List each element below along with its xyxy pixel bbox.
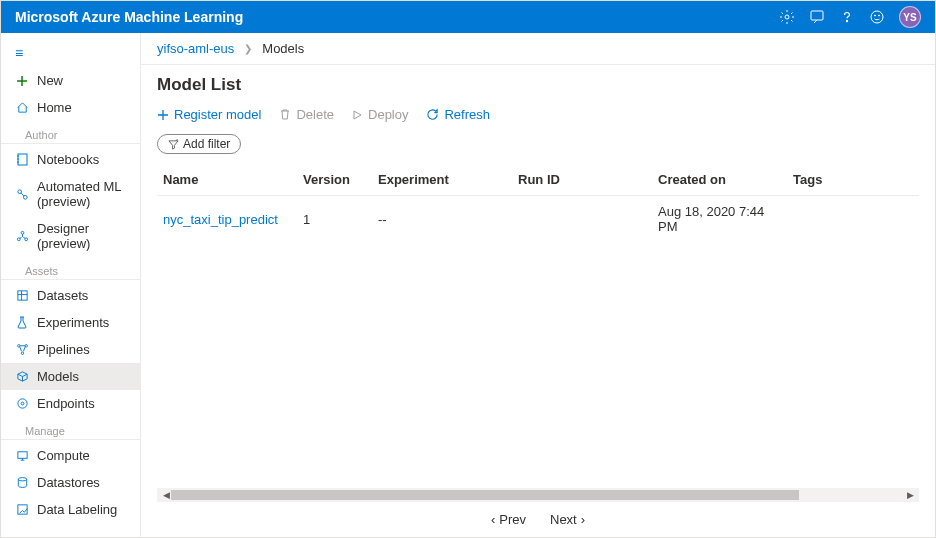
help-icon[interactable]: [839, 9, 855, 25]
labeling-icon: [15, 503, 29, 517]
sidebar-item-datastores[interactable]: Datastores: [1, 469, 140, 496]
sidebar-item-datasets[interactable]: Datasets: [1, 282, 140, 309]
svg-rect-18: [17, 452, 26, 459]
sidebar-label-home: Home: [37, 100, 72, 115]
sidebar-section-assets: Assets: [1, 257, 140, 280]
sidebar-item-pipelines[interactable]: Pipelines: [1, 336, 140, 363]
horizontal-scrollbar[interactable]: ◀ ▶: [157, 488, 919, 502]
sidebar-item-home[interactable]: Home: [1, 94, 140, 121]
col-name[interactable]: Name: [157, 164, 297, 196]
register-model-button[interactable]: Register model: [157, 107, 261, 122]
svg-point-4: [875, 15, 876, 16]
svg-point-13: [17, 345, 19, 347]
sidebar-label-compute: Compute: [37, 448, 90, 463]
sidebar-item-labeling[interactable]: Data Labeling: [1, 496, 140, 523]
breadcrumb: yifso-aml-eus ❯ Models: [141, 33, 935, 65]
svg-point-9: [21, 231, 24, 234]
sidebar-label-datasets: Datasets: [37, 288, 88, 303]
svg-point-2: [846, 20, 847, 21]
automl-icon: [15, 187, 29, 201]
deploy-label: Deploy: [368, 107, 408, 122]
sidebar-item-new[interactable]: New: [1, 67, 140, 94]
svg-rect-12: [17, 291, 26, 300]
refresh-label: Refresh: [444, 107, 490, 122]
model-name-link[interactable]: nyc_taxi_tip_predict: [163, 212, 278, 227]
svg-rect-6: [18, 154, 27, 165]
prev-button[interactable]: ‹ Prev: [491, 512, 526, 527]
cell-tags: [787, 196, 919, 243]
svg-rect-1: [811, 11, 823, 20]
chevron-left-icon: ‹: [491, 512, 495, 527]
sidebar-label-new: New: [37, 73, 63, 88]
filter-icon: [168, 139, 179, 150]
delete-button[interactable]: Delete: [279, 107, 334, 122]
deploy-button[interactable]: Deploy: [352, 107, 408, 122]
sidebar-label-datastores: Datastores: [37, 475, 100, 490]
sidebar-section-manage: Manage: [1, 417, 140, 440]
sidebar-label-pipelines: Pipelines: [37, 342, 90, 357]
scroll-right-icon[interactable]: ▶: [903, 490, 917, 500]
col-tags[interactable]: Tags: [787, 164, 919, 196]
top-header: Microsoft Azure Machine Learning YS: [1, 1, 935, 33]
delete-label: Delete: [296, 107, 334, 122]
col-created[interactable]: Created on: [652, 164, 787, 196]
svg-point-0: [785, 15, 789, 19]
svg-point-15: [21, 352, 23, 354]
sidebar-label-endpoints: Endpoints: [37, 396, 95, 411]
svg-point-8: [23, 195, 27, 199]
plus-icon: [15, 74, 29, 88]
sidebar-item-models[interactable]: Models: [1, 363, 140, 390]
register-label: Register model: [174, 107, 261, 122]
feedback-icon[interactable]: [809, 9, 825, 25]
chevron-right-icon: ›: [581, 512, 585, 527]
toolbar: Register model Delete Deploy Refresh: [141, 99, 935, 130]
next-button[interactable]: Next ›: [550, 512, 585, 527]
settings-icon[interactable]: [779, 9, 795, 25]
sidebar-item-notebooks[interactable]: Notebooks: [1, 146, 140, 173]
experiments-icon: [15, 316, 29, 330]
models-table: Name Version Experiment Run ID Created o…: [157, 164, 919, 242]
notebook-icon: [15, 153, 29, 167]
sidebar-label-models: Models: [37, 369, 79, 384]
col-version[interactable]: Version: [297, 164, 372, 196]
prev-label: Prev: [499, 512, 526, 527]
sidebar-collapse-icon[interactable]: ≡: [1, 39, 140, 67]
sidebar-section-author: Author: [1, 121, 140, 144]
sidebar-item-experiments[interactable]: Experiments: [1, 309, 140, 336]
cell-experiment: --: [372, 196, 512, 243]
sidebar-item-endpoints[interactable]: Endpoints: [1, 390, 140, 417]
trash-icon: [279, 108, 291, 121]
sidebar: ≡ New Home Author Notebooks Automated ML…: [1, 33, 141, 537]
cell-runid: [512, 196, 652, 243]
refresh-icon: [426, 108, 439, 121]
svg-point-19: [18, 478, 26, 481]
refresh-button[interactable]: Refresh: [426, 107, 490, 122]
svg-point-3: [871, 11, 883, 23]
svg-point-7: [17, 189, 21, 193]
sidebar-item-compute[interactable]: Compute: [1, 442, 140, 469]
col-experiment[interactable]: Experiment: [372, 164, 512, 196]
endpoints-icon: [15, 397, 29, 411]
main-content: yifso-aml-eus ❯ Models Model List Regist…: [141, 33, 935, 537]
svg-point-5: [879, 15, 880, 16]
filter-bar: Add filter: [141, 130, 935, 164]
smiley-icon[interactable]: [869, 9, 885, 25]
sidebar-label-designer: Designer (preview): [37, 221, 126, 251]
sidebar-label-labeling: Data Labeling: [37, 502, 117, 517]
breadcrumb-workspace[interactable]: yifso-aml-eus: [157, 41, 234, 56]
scrollbar-thumb[interactable]: [171, 490, 799, 500]
col-runid[interactable]: Run ID: [512, 164, 652, 196]
sidebar-item-automl[interactable]: Automated ML (preview): [1, 173, 140, 215]
deploy-icon: [352, 109, 363, 121]
add-filter-button[interactable]: Add filter: [157, 134, 241, 154]
user-avatar[interactable]: YS: [899, 6, 921, 28]
cell-version: 1: [297, 196, 372, 243]
table-row[interactable]: nyc_taxi_tip_predict 1 -- Aug 18, 2020 7…: [157, 196, 919, 243]
svg-point-17: [21, 402, 24, 405]
compute-icon: [15, 449, 29, 463]
datastores-icon: [15, 476, 29, 490]
sidebar-label-notebooks: Notebooks: [37, 152, 99, 167]
sidebar-item-designer[interactable]: Designer (preview): [1, 215, 140, 257]
add-filter-label: Add filter: [183, 137, 230, 151]
breadcrumb-current: Models: [262, 41, 304, 56]
